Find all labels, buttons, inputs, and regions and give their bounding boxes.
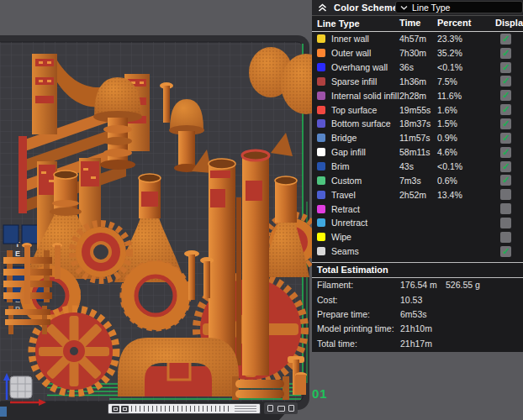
line-type-time: 58m11s — [399, 147, 431, 157]
toolbar-status-text — [235, 406, 256, 412]
color-scheme-header: Color Scheme Line Type — [312, 0, 523, 15]
display-checkbox[interactable]: ✓ — [500, 76, 511, 87]
legend-row[interactable]: Seams✓ — [312, 244, 523, 259]
total-value: 176.54 m — [400, 280, 437, 290]
total-estimation-row: Total time:21h17m — [312, 336, 523, 350]
legend-row[interactable]: Outer wall7h30m35.2%✓ — [312, 46, 523, 60]
legend-row[interactable]: Top surface19m55s1.6%✓ — [312, 102, 523, 117]
line-type-label: Sparse infill — [331, 76, 377, 87]
line-type-percent: 7.5% — [437, 76, 457, 87]
line-type-time: 7m3s — [399, 176, 421, 186]
legend-row[interactable]: Overhang wall36s<0.1%✓ — [312, 60, 523, 75]
line-type-color-swatch — [317, 218, 325, 227]
viewport-bottom-toolbar[interactable] — [108, 403, 261, 414]
screenshot-icon[interactable] — [121, 406, 129, 412]
legend-rows: Inner wall4h57m23.3%✓Outer wall7h30m35.2… — [312, 32, 523, 259]
line-type-time: 2h28m — [399, 91, 426, 101]
display-checkbox[interactable]: ✓ — [500, 246, 511, 257]
delete-icon[interactable] — [267, 405, 273, 412]
line-type-label: Outer wall — [331, 48, 371, 58]
legend-row[interactable]: Gap infill58m11s4.6%✓ — [312, 145, 523, 160]
line-type-time: 7h30m — [399, 48, 426, 58]
move-slider-ticks[interactable] — [131, 406, 232, 412]
plate-action-buttons[interactable] — [264, 402, 298, 414]
column-time: Time — [399, 18, 420, 28]
display-checkbox[interactable]: ✓ — [500, 48, 511, 59]
line-type-percent: <0.1% — [437, 62, 462, 72]
legend-row[interactable]: Wipe — [312, 230, 523, 244]
display-checkbox[interactable]: ✓ — [500, 90, 511, 101]
total-value: 21h17m — [400, 339, 432, 349]
line-type-label: Retract — [331, 204, 360, 214]
legend-row[interactable]: Retract — [312, 202, 523, 216]
line-type-percent: 4.6% — [437, 147, 457, 157]
line-type-percent: 0.9% — [437, 133, 457, 143]
line-type-time: 11m57s — [399, 133, 431, 143]
legend-row[interactable]: Sparse infill1h36m7.5%✓ — [312, 75, 523, 89]
grid-icon[interactable] — [112, 406, 119, 412]
legend-row[interactable]: Custom7m3s0.6%✓ — [312, 173, 523, 187]
line-type-label: Travel — [331, 190, 356, 200]
total-estimation-row: Prepare time:6m53s — [312, 307, 523, 321]
display-checkbox[interactable]: ✓ — [500, 161, 511, 172]
line-type-time: 2h52m — [399, 190, 426, 200]
line-type-label: Custom — [331, 176, 362, 186]
line-type-color-swatch — [317, 205, 325, 213]
chevron-down-icon — [400, 5, 408, 10]
display-checkbox[interactable]: ✓ — [500, 147, 511, 158]
line-type-label: Unretract — [331, 218, 367, 228]
view-mode-dropdown[interactable]: Line Type — [395, 1, 523, 13]
column-line-type: Line Type — [317, 18, 360, 29]
line-type-color-swatch — [317, 119, 325, 128]
line-type-percent: 13.4% — [437, 190, 462, 200]
toolbar-left-icons[interactable] — [112, 406, 129, 412]
legend-row[interactable]: Internal solid infill2h28m11.6%✓ — [312, 88, 523, 102]
line-type-color-swatch — [317, 63, 325, 71]
display-checkbox[interactable] — [500, 189, 511, 200]
line-type-label: Overhang wall — [331, 62, 388, 72]
legend-row[interactable]: Inner wall4h57m23.3%✓ — [312, 32, 523, 46]
line-type-color-swatch — [317, 92, 325, 100]
line-type-color-swatch — [317, 233, 325, 241]
line-type-percent: 1.6% — [437, 105, 457, 115]
line-type-color-swatch — [317, 106, 325, 114]
display-checkbox[interactable] — [500, 218, 511, 228]
total-estimation-row: Cost:10.53 — [312, 292, 523, 307]
bed-icon[interactable] — [277, 406, 285, 412]
line-type-label: Inner wall — [331, 34, 369, 44]
legend-row[interactable]: Unretract — [312, 216, 523, 230]
legend-row[interactable]: Bottom surface18m37s1.5%✓ — [312, 117, 523, 131]
display-checkbox[interactable]: ✓ — [500, 34, 511, 45]
display-checkbox[interactable]: ✓ — [500, 118, 511, 129]
line-type-color-swatch — [317, 134, 325, 142]
svg-text:E: E — [15, 249, 20, 258]
delete-icon[interactable] — [288, 405, 294, 412]
total-label: Model printing time: — [317, 323, 394, 333]
total-estimation-row: Model printing time:21h10m — [312, 322, 523, 336]
plate-number-label: 01 — [312, 386, 328, 401]
line-type-time: 4h57m — [399, 34, 426, 44]
line-type-label: Internal solid infill — [331, 91, 399, 101]
total-estimation-row: Filament:176.54 m526.55 g — [312, 278, 523, 292]
legend-row[interactable]: Travel2h52m13.4% — [312, 187, 523, 202]
total-label: Total time: — [317, 339, 357, 349]
panel-title: Color Scheme — [334, 3, 398, 13]
display-checkbox[interactable]: ✓ — [500, 175, 511, 186]
line-type-color-swatch — [317, 191, 325, 199]
display-checkbox[interactable] — [500, 203, 511, 214]
total-label: Prepare time: — [317, 309, 370, 319]
line-type-percent: 23.3% — [437, 34, 462, 44]
line-type-percent: 35.2% — [437, 48, 462, 58]
line-type-percent: 11.6% — [437, 91, 462, 101]
collapse-panel-icon[interactable] — [318, 3, 327, 12]
legend-row[interactable]: Brim43s<0.1%✓ — [312, 160, 523, 174]
display-checkbox[interactable]: ✓ — [500, 62, 511, 73]
model-arch-bracket[interactable] — [118, 338, 239, 396]
line-type-time: 18m37s — [399, 118, 431, 129]
line-type-time: 1h36m — [399, 76, 426, 87]
legend-row[interactable]: Bridge11m57s0.9%✓ — [312, 131, 523, 145]
display-checkbox[interactable] — [500, 232, 511, 243]
display-checkbox[interactable]: ✓ — [500, 133, 511, 144]
display-checkbox[interactable]: ✓ — [500, 104, 511, 115]
line-type-color-swatch — [317, 148, 325, 156]
